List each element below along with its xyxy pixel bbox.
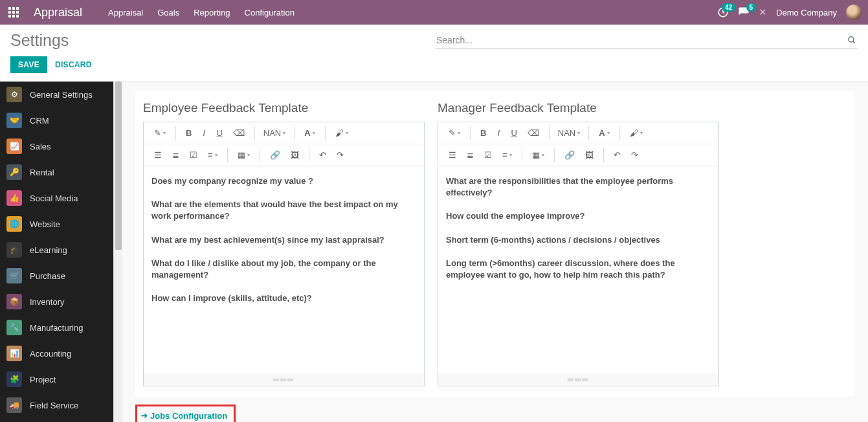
sidebar-label: Accounting (30, 349, 71, 359)
undo-button[interactable]: ↶ (610, 148, 625, 162)
eraser-icon[interactable]: ⌫ (524, 126, 543, 140)
sidebar-label: Field Service (30, 401, 78, 410)
company-switcher[interactable]: Demo Company (776, 8, 837, 17)
svg-rect-6 (8, 15, 11, 17)
editor-line: Short term (6-months) actions / decision… (446, 234, 711, 246)
svg-rect-7 (12, 15, 15, 17)
ol-icon[interactable]: ≣ (463, 148, 478, 162)
employee-template-title: Employee Feedback Template (143, 101, 425, 115)
editor-line: What are the elements that would have th… (151, 199, 416, 222)
jobs-config-link[interactable]: ➔ Jobs Configuration (141, 411, 227, 421)
font-size-select[interactable]: NAN ▾ (261, 126, 288, 140)
svg-rect-2 (16, 7, 19, 10)
sidebar-item-rental[interactable]: 🔑Rental (0, 159, 113, 185)
scrollbar-thumb[interactable] (115, 82, 122, 250)
sidebar-item-fieldservice[interactable]: 🚚Field Service (0, 392, 113, 418)
underline-button[interactable]: U (507, 126, 520, 140)
ol-icon[interactable]: ≣ (168, 148, 183, 162)
brush-icon[interactable]: 🖌▾ (331, 126, 352, 140)
bold-button[interactable]: B (476, 126, 490, 140)
control-panel: Settings SAVE DISCARD (0, 25, 868, 82)
close-icon[interactable]: ✕ (759, 6, 767, 18)
manager-editor-body[interactable]: What are the responsibilities that the e… (438, 166, 718, 373)
editor-line: What do I like / dislike about my job, t… (151, 258, 416, 281)
image-icon[interactable]: 🖼 (287, 148, 303, 162)
ul-icon[interactable]: ☰ (150, 148, 166, 162)
sidebar-label: Manufacturing (30, 323, 83, 333)
sidebar-item-inventory[interactable]: 📦Inventory (0, 289, 113, 315)
topnav-right: 42 5 ✕ Demo Company (717, 5, 862, 20)
align-button[interactable]: ≡▾ (498, 148, 516, 162)
svg-rect-0 (8, 7, 11, 10)
sidebar-item-crm[interactable]: 🤝CRM (0, 107, 113, 133)
resize-handle[interactable]: ═══ (144, 373, 424, 386)
font-size-select[interactable]: NAN ▾ (555, 126, 583, 140)
link-icon[interactable]: 🔗 (266, 148, 284, 162)
table-button[interactable]: ▦▾ (234, 148, 254, 162)
activity-button[interactable]: 42 (717, 6, 729, 18)
sidebar-item-purchase[interactable]: 🛒Purchase (0, 263, 113, 289)
sidebar-label: General Settings (30, 90, 93, 100)
sidebar-item-sales[interactable]: 📈Sales (0, 133, 113, 159)
underline-button[interactable]: U (212, 126, 226, 140)
nav-configuration[interactable]: Configuration (245, 8, 295, 17)
nav-goals[interactable]: Goals (157, 8, 179, 17)
gear-icon: ⚙ (6, 87, 22, 102)
manager-editor: ✎▾ B I U ⌫ NAN ▾ A▾ 🖌▾ (438, 122, 719, 386)
image-icon[interactable]: 🖼 (581, 148, 597, 162)
svg-rect-1 (12, 7, 15, 10)
sidebar-scrollbar[interactable] (113, 82, 122, 422)
checklist-icon[interactable]: ☑ (480, 148, 496, 162)
brush-icon[interactable]: 🖌▾ (626, 126, 647, 140)
discard-button[interactable]: DISCARD (55, 60, 92, 69)
templates-row: Employee Feedback Template ✎▾ B I U ⌫ NA… (135, 91, 855, 397)
sidebar-item-accounting[interactable]: 📊Accounting (0, 340, 113, 366)
search-icon[interactable] (847, 36, 858, 45)
globe-icon: 🌐 (6, 216, 22, 232)
sidebar-item-manufacturing[interactable]: 🔧Manufacturing (0, 315, 113, 340)
search-input[interactable] (435, 32, 847, 48)
eraser-icon[interactable]: ⌫ (229, 126, 249, 140)
save-button[interactable]: SAVE (10, 56, 47, 73)
link-icon[interactable]: 🔗 (561, 148, 579, 162)
manager-template-title: Manager Feedback Template (438, 101, 719, 115)
redo-button[interactable]: ↷ (627, 148, 642, 162)
magic-icon[interactable]: ✎▾ (445, 126, 464, 140)
employee-editor-body[interactable]: Does my company recognize my value ? Wha… (144, 166, 424, 373)
svg-rect-3 (8, 11, 11, 14)
sidebar-label: Sales (30, 142, 51, 151)
table-button[interactable]: ▦▾ (528, 148, 548, 162)
font-color-button[interactable]: A▾ (300, 126, 318, 140)
truck-icon: 🚚 (6, 397, 22, 413)
arrow-right-icon: ➔ (141, 411, 148, 420)
sidebar-item-project[interactable]: 🧩Project (0, 366, 113, 392)
thumb-icon: 👍 (6, 190, 22, 206)
search-bar[interactable] (435, 32, 858, 49)
nav-reporting[interactable]: Reporting (194, 8, 230, 17)
user-avatar[interactable] (846, 5, 862, 20)
sidebar-item-social[interactable]: 👍Social Media (0, 185, 113, 211)
undo-button[interactable]: ↶ (315, 148, 330, 162)
bold-button[interactable]: B (182, 126, 195, 140)
sidebar-item-elearning[interactable]: 🎓eLearning (0, 237, 113, 263)
brand-title[interactable]: Appraisal (34, 6, 82, 19)
italic-button[interactable]: I (493, 126, 504, 140)
redo-button[interactable]: ↷ (333, 148, 348, 162)
messages-button[interactable]: 5 (738, 6, 750, 18)
svg-line-11 (853, 41, 855, 43)
sidebar-item-website[interactable]: 🌐Website (0, 211, 113, 237)
sidebar-item-general[interactable]: ⚙General Settings (0, 82, 113, 107)
magic-icon[interactable]: ✎▾ (150, 126, 170, 140)
ul-icon[interactable]: ☰ (445, 148, 460, 162)
resize-handle[interactable]: ═══ (438, 373, 718, 386)
italic-button[interactable]: I (198, 126, 210, 140)
align-button[interactable]: ≡▾ (204, 148, 221, 162)
apps-icon[interactable] (6, 5, 21, 19)
book-icon: 📊 (6, 346, 22, 361)
sidebar-label: Social Media (30, 194, 78, 203)
main-content: Employee Feedback Template ✎▾ B I U ⌫ NA… (122, 82, 868, 422)
font-color-button[interactable]: A▾ (595, 126, 613, 140)
chart-icon: 📈 (6, 139, 22, 154)
checklist-icon[interactable]: ☑ (186, 148, 201, 162)
nav-appraisal[interactable]: Appraisal (108, 8, 143, 17)
